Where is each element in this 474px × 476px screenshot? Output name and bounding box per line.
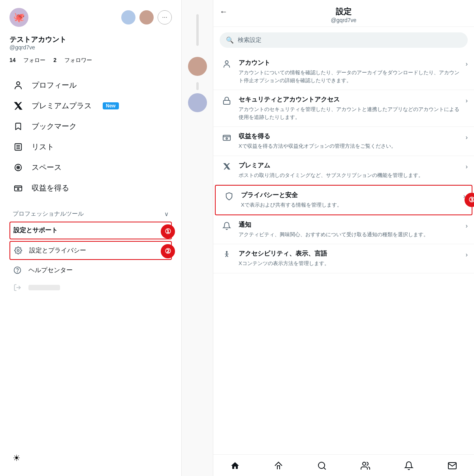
security-title: セキュリティとアカウントアクセス — [239, 96, 463, 104]
premium-plus-label: プレミアムプラス — [32, 101, 92, 111]
back-button[interactable]: ← — [220, 7, 228, 16]
premium-x-icon — [220, 162, 234, 170]
settings-notifications-item[interactable]: 通知 アクティビティ、興味関心、おすすめについて受け取る通知の種類を選択します。… — [213, 215, 474, 245]
bottom-bell-button[interactable] — [399, 459, 418, 472]
notifications-title: 通知 — [239, 221, 463, 229]
premium-content: プレミアム ポストの取り消しのタイミングなど、サブスクリプションの機能を管理しま… — [239, 162, 463, 179]
account-chevron-icon: › — [466, 60, 468, 68]
monetize-title: 収益を得る — [239, 132, 463, 141]
sidebar-item-profile[interactable]: プロフィール — [9, 75, 172, 96]
spaces-icon — [13, 162, 24, 173]
svg-point-9 — [17, 188, 19, 190]
center-strip — [182, 0, 213, 476]
search-icon: 🔍 — [226, 36, 234, 44]
spaces-label: スペース — [32, 162, 62, 173]
sidebar-item-premium-plus[interactable]: プレミアムプラス New — [9, 96, 172, 116]
premium-desc: ポストの取り消しのタイミングなど、サブスクリプションの機能を管理します。 — [239, 171, 463, 179]
brightness-section: ☀ — [9, 448, 172, 468]
notifications-chevron-icon: › — [466, 222, 468, 230]
chevron-down-icon: ∨ — [164, 211, 169, 218]
new-badge: New — [103, 102, 119, 109]
brightness-icon[interactable]: ☀ — [13, 453, 21, 463]
settings-accessibility-item[interactable]: アクセシビリティ、表示、言語 Xコンテンツの表示方法を管理します。 › — [213, 244, 474, 273]
bottom-search-button[interactable] — [312, 459, 331, 472]
follow-count[interactable]: 14 フォロー — [9, 57, 45, 63]
person-icon — [13, 80, 24, 91]
strip-avatar-1[interactable] — [188, 57, 207, 76]
lock-icon — [220, 96, 234, 105]
bottom-navigation — [213, 454, 474, 476]
circle-1-annotation: ① — [161, 224, 175, 239]
svg-point-18 — [226, 251, 228, 252]
account-person-icon — [220, 60, 234, 68]
settings-privacy-item[interactable]: プライバシーと安全 Xで表示および共有する情報を管理します。 › ③ — [215, 185, 472, 215]
monetize-content: 収益を得る Xで収益を得る方法や収益化オプションの管理方法をご覧ください。 — [239, 132, 463, 150]
more-button[interactable]: ··· — [158, 10, 172, 24]
account-desc: アカウントについての情報を確認したり、データのアーカイブをダウンロードしたり、ア… — [239, 69, 463, 84]
avatar-small-1[interactable] — [121, 10, 135, 24]
accessibility-icon — [220, 250, 234, 259]
accessibility-title: アクセシビリティ、表示、言語 — [239, 250, 463, 258]
bottom-home1-button[interactable] — [226, 459, 245, 472]
settings-subtitle: @gqrd7ve — [331, 17, 357, 23]
blurred-item — [9, 279, 172, 296]
username-block: テストアカウント @gqrd7ve — [9, 35, 172, 51]
settings-privacy-label: 設定とプライバシー — [29, 246, 86, 255]
settings-account-item[interactable]: アカウント アカウントについての情報を確認したり、データのアーカイブをダウンロー… — [213, 53, 474, 90]
list-icon — [13, 141, 24, 152]
pro-tools-label: プロフェッショナルツール — [13, 210, 84, 218]
notifications-desc: アクティビティ、興味関心、おすすめについて受け取る通知の種類を選択します。 — [239, 231, 463, 239]
notifications-content: 通知 アクティビティ、興味関心、おすすめについて受け取る通知の種類を選択します。 — [239, 221, 463, 239]
settings-security-item[interactable]: セキュリティとアカウントアクセス アカウントのセキュリティを管理したり、アカウン… — [213, 90, 474, 127]
profile-label: プロフィール — [32, 80, 77, 90]
bottom-home2-button[interactable] — [269, 459, 288, 472]
sidebar-item-bookmarks[interactable]: ブックマーク — [9, 116, 172, 137]
settings-support-label: 設定とサポート — [13, 226, 58, 235]
sidebar-item-lists[interactable]: リスト — [9, 137, 172, 157]
strip-avatar-2[interactable] — [188, 93, 207, 112]
user-handle: @gqrd7ve — [9, 44, 172, 51]
help-icon — [13, 265, 22, 275]
circle-3-annotation: ③ — [465, 193, 474, 207]
security-content: セキュリティとアカウントアクセス アカウントのセキュリティを管理したり、アカウン… — [239, 96, 463, 121]
right-panel: ← 設定 @gqrd7ve 🔍 検索設定 アカウント アカウントについての情報を… — [213, 0, 474, 476]
accessibility-content: アクセシビリティ、表示、言語 Xコンテンツの表示方法を管理します。 — [239, 250, 463, 267]
svg-rect-15 — [224, 100, 230, 104]
display-name: テストアカウント — [9, 35, 172, 44]
settings-header: ← 設定 @gqrd7ve — [213, 0, 474, 27]
follow-stats: 14 フォロー 2 フォロワー — [9, 57, 172, 64]
sidebar-item-monetize[interactable]: 収益を得る — [9, 178, 172, 198]
help-center-item[interactable]: ヘルプセンター — [9, 262, 172, 279]
lists-label: リスト — [32, 142, 54, 152]
avatar-main[interactable]: 🐙 — [9, 8, 28, 27]
search-settings-bar[interactable]: 🔍 検索設定 — [220, 32, 468, 48]
follower-count[interactable]: 2 フォロワー — [53, 57, 92, 63]
privacy-title: プライバシーと安全 — [241, 191, 460, 199]
account-content: アカウント アカウントについての情報を確認したり、データのアーカイブをダウンロー… — [239, 59, 463, 84]
bottom-people-button[interactable] — [356, 459, 375, 472]
svg-point-21 — [363, 462, 366, 465]
help-center-label: ヘルプセンター — [28, 266, 73, 275]
svg-point-0 — [17, 82, 20, 85]
top-icons-row: 🐙 ··· — [9, 8, 172, 27]
monetize-label: 収益を得る — [32, 183, 69, 193]
monetize-desc: Xで収益を得る方法や収益化オプションの管理方法をご覧ください。 — [239, 142, 463, 150]
privacy-content: プライバシーと安全 Xで表示および共有する情報を管理します。 — [241, 191, 460, 209]
sidebar-item-spaces[interactable]: スペース — [9, 157, 172, 178]
settings-privacy-item[interactable]: 設定とプライバシー — [9, 241, 172, 260]
settings-support-section[interactable]: 設定とサポート ∧ — [9, 222, 172, 239]
circle-2-annotation: ② — [161, 244, 175, 258]
accessibility-desc: Xコンテンツの表示方法を管理します。 — [239, 260, 463, 267]
svg-point-14 — [225, 61, 228, 64]
accessibility-chevron-icon: › — [466, 251, 468, 258]
avatar-small-2[interactable] — [139, 10, 154, 24]
settings-monetize-item[interactable]: 収益を得る Xで収益を得る方法や収益化オプションの管理方法をご覧ください。 › — [213, 127, 474, 156]
settings-premium-item[interactable]: プレミアム ポストの取り消しのタイミングなど、サブスクリプションの機能を管理しま… — [213, 156, 474, 185]
bookmarks-label: ブックマーク — [32, 121, 77, 132]
svg-line-20 — [324, 468, 325, 469]
pro-tools-section[interactable]: プロフェッショナルツール ∨ — [9, 206, 172, 222]
settings-title: 設定 — [336, 6, 352, 17]
svg-point-7 — [18, 167, 19, 168]
bottom-mail-button[interactable] — [443, 459, 462, 472]
shield-icon — [222, 192, 236, 201]
